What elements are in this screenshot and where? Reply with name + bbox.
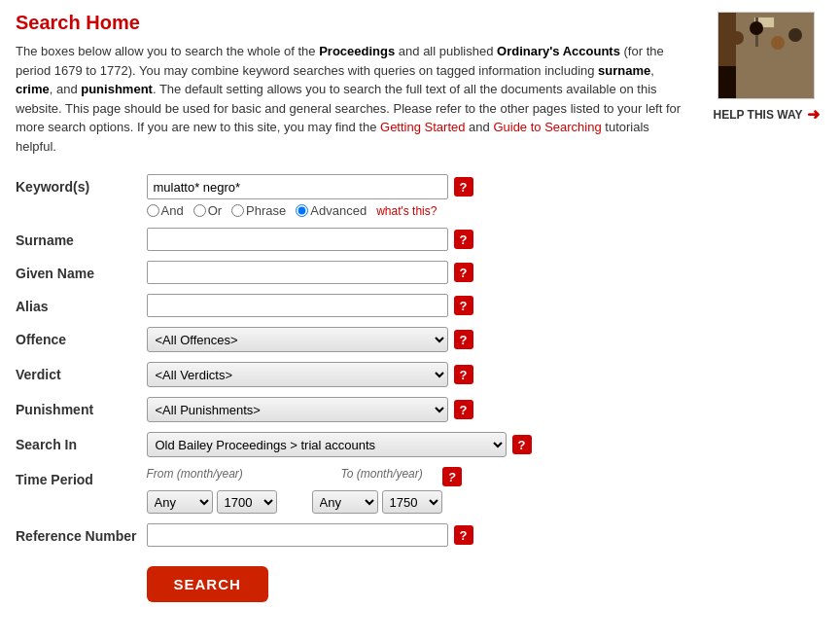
head-2 [750, 21, 763, 35]
radio-or-text: Or [208, 203, 222, 218]
surname-input[interactable] [147, 228, 448, 251]
radio-advanced[interactable] [296, 204, 308, 217]
reference-number-help-icon[interactable]: ? [454, 525, 473, 545]
keyword-help-icon[interactable]: ? [454, 177, 473, 197]
search-in-select[interactable]: Old Bailey Proceedings > trial accounts [147, 432, 507, 457]
head-1 [730, 31, 744, 45]
intro-text: The boxes below allow you to search the … [16, 42, 692, 156]
punishment-help-icon[interactable]: ? [454, 400, 473, 419]
surname-help-icon[interactable]: ? [454, 230, 473, 249]
verdict-help-icon[interactable]: ? [454, 365, 473, 384]
offence-select-group: <All Offences> ? [147, 327, 693, 352]
from-label: From (month/year) [147, 467, 302, 486]
radio-and-text: And [161, 203, 184, 218]
reference-number-input[interactable] [147, 523, 448, 547]
search-in-select-group: Old Bailey Proceedings > trial accounts … [147, 432, 693, 457]
search-form: Keyword(s) ? And [16, 169, 692, 607]
verdict-select-group: <All Verdicts> ? [147, 362, 693, 387]
reference-number-input-group: ? [147, 523, 693, 547]
help-arrow-icon: ➜ [807, 105, 820, 124]
offence-row: Offence <All Offences> ? [16, 322, 692, 357]
alias-row: Alias ? [16, 289, 692, 322]
reference-number-row: Reference Number ? [16, 519, 692, 552]
time-period-row: Time Period From (month/year) To (month/… [16, 462, 692, 519]
figure-2 [718, 66, 736, 99]
time-period-labels: From (month/year) To (month/year) ? [147, 467, 693, 486]
sidebar-illustration [718, 12, 815, 99]
radio-advanced-label[interactable]: Advanced [296, 203, 367, 218]
head-4 [788, 28, 802, 42]
time-period-label: Time Period [16, 462, 147, 519]
offence-help-icon[interactable]: ? [454, 330, 473, 349]
punishment-select[interactable]: <All Punishments> [147, 397, 448, 422]
surname-row: Surname ? [16, 223, 692, 256]
alias-help-icon[interactable]: ? [454, 296, 473, 315]
to-label: To (month/year) [341, 467, 423, 486]
alias-input[interactable] [147, 294, 448, 317]
from-year-select[interactable]: 1700171017201730 1740175017601770 [217, 490, 277, 514]
verdict-label: Verdict [16, 357, 147, 392]
search-in-row: Search In Old Bailey Proceedings > trial… [16, 427, 692, 462]
radio-and-label[interactable]: And [147, 203, 184, 218]
punishment-label: Punishment [16, 392, 147, 427]
given-name-row: Given Name ? [16, 256, 692, 289]
keyword-input[interactable] [147, 174, 448, 199]
getting-started-link[interactable]: Getting Started [380, 120, 465, 134]
keyword-input-group: ? And Or [147, 174, 693, 218]
keyword-input-row: ? [147, 174, 693, 199]
given-name-input-group: ? [147, 261, 693, 284]
search-button-row: SEARCH [16, 552, 692, 607]
time-period-group: From (month/year) To (month/year) ? AnyJ… [147, 467, 693, 514]
head-3 [771, 36, 785, 50]
radio-and[interactable] [147, 204, 159, 217]
search-in-label: Search In [16, 427, 147, 462]
from-month-select[interactable]: AnyJanFebMar AprMayJunJul AugSepOctNovDe… [147, 490, 213, 514]
radio-or-label[interactable]: Or [193, 203, 222, 218]
alias-input-group: ? [147, 294, 693, 317]
radio-advanced-text: Advanced [310, 203, 367, 218]
surname-label: Surname [16, 223, 147, 256]
time-period-help-icon[interactable]: ? [442, 467, 462, 486]
verdict-row: Verdict <All Verdicts> ? [16, 357, 692, 392]
to-month-select[interactable]: AnyJanFebMar AprMayJunJul AugSepOctNovDe… [312, 490, 378, 514]
offence-select[interactable]: <All Offences> [147, 327, 448, 352]
help-label: HELP THIS WAY [713, 108, 802, 122]
radio-phrase-label[interactable]: Phrase [231, 203, 286, 218]
verdict-select[interactable]: <All Verdicts> [147, 362, 448, 387]
sidebar: HELP THIS WAY ➜ [708, 12, 824, 607]
guide-to-searching-link[interactable]: Guide to Searching [493, 120, 601, 134]
time-period-selects: AnyJanFebMar AprMayJunJul AugSepOctNovDe… [147, 490, 693, 514]
punishment-select-group: <All Punishments> ? [147, 397, 693, 422]
keyword-radio-row: And Or Phrase [147, 203, 693, 218]
radio-phrase[interactable] [231, 204, 244, 217]
page-title: Search Home [16, 12, 692, 34]
given-name-input[interactable] [147, 261, 448, 284]
given-name-help-icon[interactable]: ? [454, 263, 473, 282]
keyword-label: Keyword(s) [16, 169, 147, 223]
punishment-row: Punishment <All Punishments> ? [16, 392, 692, 427]
given-name-label: Given Name [16, 256, 147, 289]
keyword-row: Keyword(s) ? And [16, 169, 692, 223]
search-in-help-icon[interactable]: ? [512, 435, 532, 454]
surname-input-group: ? [147, 228, 693, 251]
reference-number-label: Reference Number [16, 519, 147, 552]
help-this-way: HELP THIS WAY ➜ [708, 105, 824, 124]
search-button[interactable]: SEARCH [147, 566, 268, 602]
whats-this-link[interactable]: what's this? [376, 204, 437, 218]
offence-label: Offence [16, 322, 147, 357]
radio-or[interactable] [193, 204, 206, 217]
to-year-select[interactable]: 1750176017701780 [382, 490, 442, 514]
radio-phrase-text: Phrase [246, 203, 286, 218]
alias-label: Alias [16, 289, 147, 322]
